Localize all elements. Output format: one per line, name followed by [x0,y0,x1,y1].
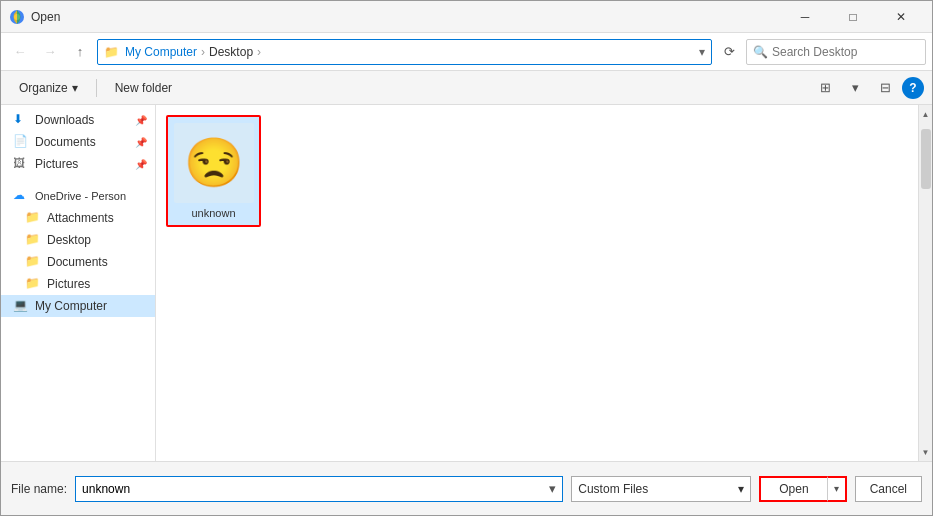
sidebar-item-mycomputer[interactable]: 💻 My Computer [1,295,155,317]
minimize-button[interactable]: ─ [782,1,828,33]
view-dropdown-button[interactable]: ▾ [842,75,868,101]
pin-icon-pictures: 📌 [135,159,147,170]
sidebar-item-pictures2[interactable]: 📁 Pictures [1,273,155,295]
help-button[interactable]: ? [902,77,924,99]
sidebar-item-label-pictures: Pictures [35,157,78,171]
sidebar-item-label-attachments: Attachments [47,211,114,225]
breadcrumb-sep1: › [201,45,205,59]
sidebar-spacer1 [1,175,155,185]
address-path-bar[interactable]: 📁 My Computer › Desktop › ▾ [97,39,712,65]
view-dropdown-icon: ▾ [852,80,859,95]
desktop-folder-icon: 📁 [25,232,41,248]
toolbar-separator [96,79,97,97]
sidebar-item-label-desktop: Desktop [47,233,91,247]
organize-button[interactable]: Organize ▾ [9,75,88,101]
search-box[interactable]: 🔍 [746,39,926,65]
open-button[interactable]: Open [759,476,826,502]
open-dialog: Open ─ □ ✕ ← → ↑ 📁 My Computer › Desktop… [0,0,933,516]
organize-label: Organize [19,81,68,95]
downloads-icon: ⬇ [13,112,29,128]
mycomputer-icon: 💻 [13,298,29,314]
file-name-unknown: unknown [191,207,235,219]
toolbar: Organize ▾ New folder ⊞ ▾ ⊟ ? [1,71,932,105]
filetype-label: Custom Files [578,482,648,496]
breadcrumb-desktop: Desktop [209,45,253,59]
breadcrumb-folder-icon: 📁 [104,45,119,59]
forward-button[interactable]: → [37,39,63,65]
title-bar: Open ─ □ ✕ [1,1,932,33]
sidebar: ⬇ Downloads 📌 📄 Documents 📌 🖼 Pictures 📌… [1,105,156,461]
breadcrumb: 📁 My Computer › Desktop › [104,45,263,59]
maximize-button[interactable]: □ [830,1,876,33]
sidebar-item-pictures[interactable]: 🖼 Pictures 📌 [1,153,155,175]
breadcrumb-mycomputer: My Computer [125,45,197,59]
pin-icon-documents: 📌 [135,137,147,148]
back-button[interactable]: ← [7,39,33,65]
address-bar: ← → ↑ 📁 My Computer › Desktop › ▾ ⟳ 🔍 [1,33,932,71]
attachments-folder-icon: 📁 [25,210,41,226]
cancel-button[interactable]: Cancel [855,476,922,502]
file-icon-unknown: 😒 [174,123,254,203]
sidebar-item-label-onedrive: OneDrive - Person [35,190,126,202]
refresh-button[interactable]: ⟳ [716,39,742,65]
open-button-group: Open ▾ [759,476,846,502]
window-controls: ─ □ ✕ [782,1,924,33]
scrollbar-down-arrow[interactable]: ▼ [919,445,933,459]
dialog-title: Open [31,10,782,24]
content-area: 😒 unknown [156,105,918,461]
pane-icon: ⊟ [880,80,891,95]
vertical-scrollbar[interactable]: ▲ ▼ [918,105,932,461]
sidebar-item-documents2[interactable]: 📁 Documents [1,251,155,273]
scrollbar-up-arrow[interactable]: ▲ [919,107,933,121]
sidebar-item-label-pictures2: Pictures [47,277,90,291]
address-dropdown-icon[interactable]: ▾ [699,45,705,59]
file-emoji-unknown: 😒 [184,135,244,191]
pictures-icon: 🖼 [13,156,29,172]
open-dropdown-button[interactable]: ▾ [827,476,847,502]
documents2-folder-icon: 📁 [25,254,41,270]
close-button[interactable]: ✕ [878,1,924,33]
sidebar-item-attachments[interactable]: 📁 Attachments [1,207,155,229]
back-icon: ← [14,44,27,59]
sidebar-item-label-downloads: Downloads [35,113,94,127]
filename-dropdown-button[interactable]: ▾ [543,476,563,502]
sidebar-item-documents[interactable]: 📄 Documents 📌 [1,131,155,153]
filetype-dropdown-icon: ▾ [738,482,744,496]
refresh-icon: ⟳ [724,44,735,59]
sidebar-item-label-documents: Documents [35,135,96,149]
pin-icon-downloads: 📌 [135,115,147,126]
file-grid: 😒 unknown [156,105,918,461]
filename-label: File name: [11,482,67,496]
sidebar-item-label-documents2: Documents [47,255,108,269]
new-folder-button[interactable]: New folder [105,75,182,101]
view-icon: ⊞ [820,80,831,95]
search-input[interactable] [772,45,922,59]
breadcrumb-sep2: › [257,45,261,59]
search-icon: 🔍 [753,45,768,59]
app-icon [9,9,25,25]
up-button[interactable]: ↑ [67,39,93,65]
filetype-select[interactable]: Custom Files ▾ [571,476,751,502]
onedrive-icon: ☁ [13,188,29,204]
organize-dropdown-icon: ▾ [72,81,78,95]
scrollbar-thumb[interactable] [921,129,931,189]
new-folder-label: New folder [115,81,172,95]
up-icon: ↑ [77,44,84,59]
filename-input-wrapper: ▾ [75,476,563,502]
pictures2-folder-icon: 📁 [25,276,41,292]
sidebar-item-downloads[interactable]: ⬇ Downloads 📌 [1,109,155,131]
filename-input[interactable] [75,476,543,502]
forward-icon: → [44,44,57,59]
documents-icon: 📄 [13,134,29,150]
file-item-unknown[interactable]: 😒 unknown [166,115,261,227]
view-toggle-button[interactable]: ⊞ [812,75,838,101]
sidebar-item-label-mycomputer: My Computer [35,299,107,313]
sidebar-item-onedrive[interactable]: ☁ OneDrive - Person [1,185,155,207]
main-area: ⬇ Downloads 📌 📄 Documents 📌 🖼 Pictures 📌… [1,105,932,461]
filename-dropdown-icon: ▾ [549,481,556,496]
pane-button[interactable]: ⊟ [872,75,898,101]
open-dropdown-icon: ▾ [834,483,839,494]
bottom-bar: File name: ▾ Custom Files ▾ Open ▾ Cance… [1,461,932,515]
sidebar-item-desktop[interactable]: 📁 Desktop [1,229,155,251]
toolbar-right: ⊞ ▾ ⊟ ? [812,75,924,101]
